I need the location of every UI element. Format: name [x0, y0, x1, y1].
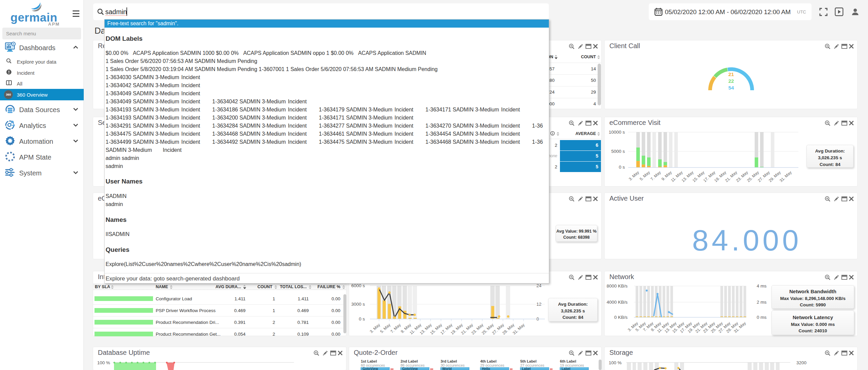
- svg-text:0 ms: 0 ms: [757, 315, 767, 320]
- svg-text:World: World: [442, 367, 452, 370]
- svg-text:21: 21: [728, 72, 734, 77]
- svg-text:7. May: 7. May: [390, 322, 402, 334]
- svg-text:15. May: 15. May: [691, 170, 705, 183]
- svg-text:13. May: 13. May: [681, 170, 694, 183]
- svg-text:17. May: 17. May: [703, 170, 716, 183]
- svg-text:GotoView: GotoView: [402, 367, 418, 370]
- svg-text:4 ms: 4 ms: [757, 283, 767, 288]
- svg-text:5000 s: 5000 s: [611, 149, 625, 154]
- svg-text:29. May: 29. May: [768, 170, 781, 183]
- svg-text:100 %: 100 %: [97, 360, 110, 365]
- svg-text:31. May: 31. May: [779, 170, 793, 183]
- svg-text:8000 KB/s: 8000 KB/s: [607, 283, 628, 288]
- svg-text:6000 s: 6000 s: [351, 283, 365, 288]
- svg-text:25. May: 25. May: [746, 170, 760, 183]
- svg-text:3. May: 3. May: [628, 170, 640, 182]
- svg-text:0 s: 0 s: [619, 165, 625, 170]
- svg-text:3000 s: 3000 s: [351, 302, 365, 307]
- svg-text:5. May: 5. May: [639, 170, 651, 182]
- svg-text:4000 KB/s: 4000 KB/s: [607, 300, 628, 305]
- svg-text:2 ms: 2 ms: [757, 300, 767, 305]
- svg-text:19. May: 19. May: [713, 170, 727, 183]
- svg-text:0 KB/s: 0 KB/s: [614, 315, 627, 320]
- svg-text:Label: Label: [562, 367, 570, 370]
- svg-text:22: 22: [728, 78, 734, 84]
- svg-text:10000 s: 10000 s: [609, 130, 625, 135]
- svg-text:Label: Label: [522, 367, 531, 370]
- svg-text:100 %: 100 %: [609, 360, 621, 365]
- svg-text:5. May: 5. May: [379, 322, 392, 334]
- svg-text:0 s: 0 s: [359, 316, 365, 321]
- svg-text:23. May: 23. May: [735, 170, 749, 183]
- svg-text:54: 54: [728, 85, 734, 91]
- svg-text:GotoView: GotoView: [363, 367, 378, 370]
- svg-text:3200: 3200: [796, 360, 806, 365]
- svg-text:Hello: Hello: [482, 367, 490, 370]
- svg-text:21. May: 21. May: [724, 170, 738, 183]
- svg-text:27. May: 27. May: [757, 170, 771, 183]
- svg-text:3. May: 3. May: [369, 322, 381, 334]
- svg-text:7. May: 7. May: [650, 170, 662, 182]
